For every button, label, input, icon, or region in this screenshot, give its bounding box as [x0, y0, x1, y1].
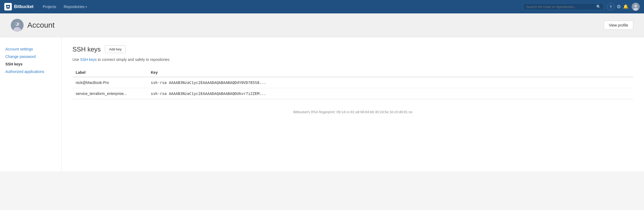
notifications-button[interactable]: 🔔: [623, 5, 628, 9]
nav-repositories[interactable]: Repositories ▾: [60, 0, 91, 13]
row1-key: ssh-rsa AAAAB3NzaC1yc2EAAAADAQABAABAQDdY…: [148, 77, 633, 88]
avatar[interactable]: [632, 3, 640, 11]
help-button[interactable]: ?: [607, 3, 614, 10]
section-title: SSH keys: [72, 46, 101, 53]
section-header: SSH keys Add key: [72, 45, 633, 53]
dropdown-arrow-icon: ▾: [86, 5, 87, 8]
row1-label: nick@MacBook-Pro: [72, 77, 148, 88]
view-profile-button[interactable]: View profile: [604, 21, 633, 30]
sidebar-item-account-settings[interactable]: Account settings: [5, 45, 56, 53]
table-row: service_terraform_enterprise... ssh-rsa …: [72, 88, 633, 99]
col-label-header: Label: [72, 68, 148, 77]
brand-logo[interactable]: Bitbucket: [4, 3, 34, 10]
table-row: nick@MacBook-Pro ssh-rsa AAAAB3NzaC1yc2E…: [72, 77, 633, 88]
row2-label: service_terraform_enterprise...: [72, 88, 148, 99]
ssh-keys-link[interactable]: SSH keys: [80, 57, 97, 62]
account-avatar: [11, 19, 24, 32]
sidebar-item-ssh-keys: SSH keys: [5, 60, 56, 68]
row2-key: ssh-rsa AAAAB3NzaC1yc2EAAAADAQABAABAQDUk…: [148, 88, 633, 99]
nav-projects[interactable]: Projects: [39, 0, 60, 13]
description-suffix: to connect simply and safely to reposito…: [97, 57, 170, 62]
sidebar: Account settings Change password SSH key…: [0, 37, 62, 171]
svg-point-1: [634, 5, 637, 7]
search-box: 🔍: [523, 3, 604, 10]
sidebar-item-change-password[interactable]: Change password: [5, 53, 56, 60]
brand-icon: [4, 3, 12, 10]
col-key-header: Key: [148, 68, 633, 77]
description: Use SSH keys to connect simply and safel…: [72, 57, 633, 62]
navbar: Bitbucket Projects Repositories ▾ 🔍 ? ⚙ …: [0, 0, 644, 13]
account-header-left: Account: [11, 19, 54, 32]
add-key-button[interactable]: Add key: [105, 45, 126, 53]
sidebar-item-authorized-applications[interactable]: Authorized applications: [5, 68, 56, 75]
account-header: Account View profile: [0, 13, 644, 37]
content-area: Account settings Change password SSH key…: [0, 37, 644, 171]
fingerprint: Bitbucket's RSA fingerprint: 09:14:cc:81…: [72, 107, 633, 117]
search-icon: 🔍: [596, 5, 601, 9]
main-content: SSH keys Add key Use SSH keys to connect…: [62, 37, 644, 171]
account-title: Account: [27, 21, 54, 30]
svg-point-6: [15, 23, 17, 25]
nav-projects-label: Projects: [43, 5, 56, 9]
search-input[interactable]: [526, 5, 594, 9]
brand-label: Bitbucket: [14, 4, 34, 9]
ssh-table: Label Key nick@MacBook-Pro ssh-rsa AAAAB…: [72, 68, 633, 99]
description-prefix: Use: [72, 57, 80, 62]
settings-button[interactable]: ⚙: [617, 4, 621, 9]
nav-repositories-label: Repositories: [64, 5, 85, 9]
